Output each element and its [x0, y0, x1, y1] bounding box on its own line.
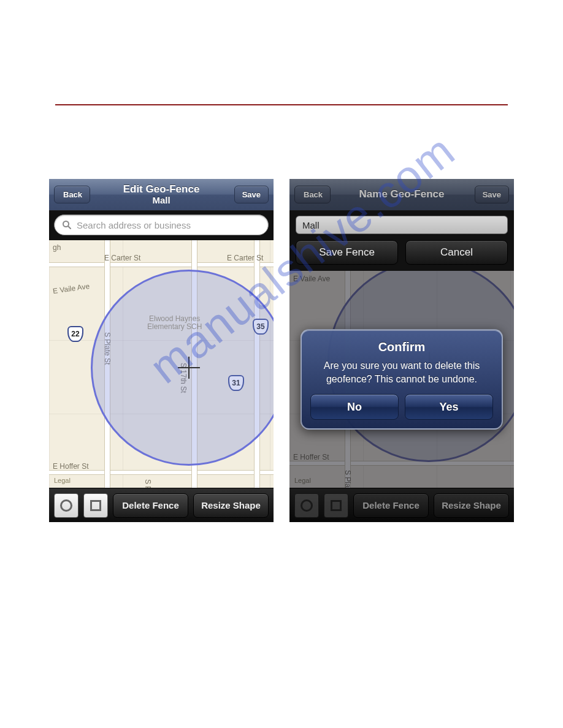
- shape-square-button: [324, 493, 348, 518]
- resize-shape-button[interactable]: Resize Shape: [193, 493, 269, 518]
- phone-name-geofence: Back Name Geo-Fence Save Save Fence Canc…: [289, 179, 514, 522]
- map-label-e-carter-1: E Carter St: [104, 254, 140, 262]
- nav-title-text: Name Geo-Fence: [359, 188, 445, 200]
- square-icon: [331, 500, 342, 511]
- name-panel: Save Fence Cancel: [289, 211, 514, 271]
- nav-title-line1: Edit Geo-Fence: [123, 183, 200, 195]
- square-icon: [90, 500, 101, 511]
- resize-shape-button: Resize Shape: [434, 493, 509, 518]
- save-fence-button[interactable]: Save Fence: [296, 240, 398, 265]
- dialog-message: Are you sure you want to delete this geo…: [310, 359, 493, 385]
- svg-line-1: [68, 226, 71, 229]
- navbar: Back Edit Geo-Fence Mall Save: [49, 179, 274, 211]
- fence-name-input[interactable]: [296, 216, 508, 234]
- highway-shield-22: 22: [67, 326, 83, 342]
- page-divider: [55, 104, 508, 105]
- map-label-e-carter-2: E Carter St: [227, 254, 263, 262]
- search-icon: [62, 220, 72, 230]
- navbar: Back Name Geo-Fence Save: [289, 179, 514, 211]
- back-button[interactable]: Back: [54, 186, 90, 203]
- confirm-dialog: Confirm Are you sure you want to delete …: [301, 329, 503, 430]
- dialog-title: Confirm: [310, 340, 493, 354]
- shape-circle-button[interactable]: [54, 493, 79, 518]
- save-button[interactable]: Save: [475, 186, 509, 203]
- map-area: E Vaile Ave E Hoffer St S Plate Legal Co…: [289, 271, 514, 488]
- delete-fence-button: Delete Fence: [353, 493, 429, 518]
- back-button[interactable]: Back: [294, 186, 331, 203]
- map-legal-link[interactable]: Legal: [54, 477, 71, 484]
- shape-square-button[interactable]: [83, 493, 108, 518]
- save-button[interactable]: Save: [234, 186, 269, 203]
- circle-icon: [301, 499, 313, 512]
- map-area[interactable]: gh E Carter St E Carter St E Vaile Ave E…: [49, 240, 274, 488]
- circle-icon: [60, 499, 72, 512]
- map-label-s-plate-2: S Plat: [144, 479, 152, 488]
- modal-overlay: Confirm Are you sure you want to delete …: [289, 271, 514, 488]
- map-label-e-hoffer: E Hoffer St: [53, 462, 88, 471]
- delete-fence-button[interactable]: Delete Fence: [113, 493, 188, 518]
- dialog-yes-button[interactable]: Yes: [405, 394, 493, 420]
- shape-circle-button: [294, 493, 319, 518]
- dialog-no-button[interactable]: No: [310, 394, 399, 420]
- search-input[interactable]: Search address or business: [54, 214, 269, 235]
- map-label: gh: [53, 243, 61, 252]
- cancel-button[interactable]: Cancel: [405, 240, 508, 265]
- search-bar: Search address or business: [49, 211, 274, 240]
- map-label-e-vaile: E Vaile Ave: [52, 282, 90, 295]
- phone-edit-geofence: Back Edit Geo-Fence Mall Save Search add…: [49, 179, 274, 522]
- bottom-toolbar: Delete Fence Resize Shape: [49, 488, 274, 522]
- search-placeholder: Search address or business: [77, 220, 191, 230]
- bottom-toolbar: Delete Fence Resize Shape: [289, 488, 514, 522]
- crosshair-icon[interactable]: [175, 354, 202, 381]
